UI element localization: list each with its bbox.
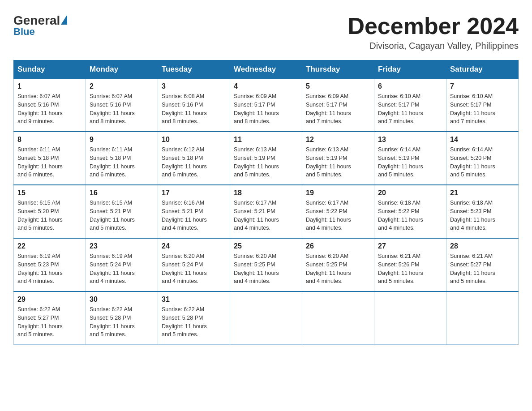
calendar-cell: 30Sunrise: 6:22 AMSunset: 5:28 PMDayligh…	[86, 291, 158, 345]
day-info: Sunrise: 6:07 AMSunset: 5:16 PMDaylight:…	[17, 92, 82, 126]
calendar-week-row: 8Sunrise: 6:11 AMSunset: 5:18 PMDaylight…	[14, 132, 519, 185]
calendar-cell: 31Sunrise: 6:22 AMSunset: 5:28 PMDayligh…	[158, 291, 230, 345]
day-info: Sunrise: 6:20 AMSunset: 5:24 PMDaylight:…	[162, 252, 226, 286]
calendar-cell: 4Sunrise: 6:09 AMSunset: 5:17 PMDaylight…	[230, 79, 302, 132]
column-header-saturday: Saturday	[446, 60, 519, 79]
calendar-cell: 16Sunrise: 6:15 AMSunset: 5:21 PMDayligh…	[86, 185, 158, 238]
day-number: 5	[306, 82, 370, 90]
calendar-cell	[230, 291, 302, 345]
day-number: 14	[450, 136, 515, 144]
day-number: 21	[450, 189, 515, 197]
calendar-cell: 21Sunrise: 6:18 AMSunset: 5:23 PMDayligh…	[446, 185, 519, 238]
day-info: Sunrise: 6:08 AMSunset: 5:16 PMDaylight:…	[162, 92, 226, 126]
day-info: Sunrise: 6:20 AMSunset: 5:25 PMDaylight:…	[234, 252, 298, 286]
day-info: Sunrise: 6:21 AMSunset: 5:27 PMDaylight:…	[450, 252, 515, 286]
day-number: 29	[17, 295, 82, 304]
day-info: Sunrise: 6:21 AMSunset: 5:26 PMDaylight:…	[378, 252, 442, 286]
day-number: 9	[90, 136, 154, 144]
calendar-cell: 7Sunrise: 6:10 AMSunset: 5:17 PMDaylight…	[446, 79, 519, 132]
day-info: Sunrise: 6:22 AMSunset: 5:28 PMDaylight:…	[162, 305, 226, 339]
day-info: Sunrise: 6:11 AMSunset: 5:18 PMDaylight:…	[17, 146, 82, 179]
calendar-cell	[446, 291, 519, 345]
calendar-cell	[302, 291, 374, 345]
calendar-cell: 25Sunrise: 6:20 AMSunset: 5:25 PMDayligh…	[230, 238, 302, 291]
calendar-cell: 2Sunrise: 6:07 AMSunset: 5:16 PMDaylight…	[86, 79, 158, 132]
calendar-header-row: SundayMondayTuesdayWednesdayThursdayFrid…	[14, 60, 519, 79]
calendar-cell: 11Sunrise: 6:13 AMSunset: 5:19 PMDayligh…	[230, 132, 302, 185]
calendar-table: SundayMondayTuesdayWednesdayThursdayFrid…	[13, 60, 519, 345]
column-header-tuesday: Tuesday	[158, 60, 230, 79]
day-number: 22	[17, 242, 82, 250]
day-number: 24	[162, 242, 226, 250]
day-info: Sunrise: 6:09 AMSunset: 5:17 PMDaylight:…	[234, 92, 298, 126]
day-info: Sunrise: 6:22 AMSunset: 5:27 PMDaylight:…	[17, 305, 82, 339]
column-header-wednesday: Wednesday	[230, 60, 302, 79]
calendar-cell	[374, 291, 446, 345]
calendar-cell: 6Sunrise: 6:10 AMSunset: 5:17 PMDaylight…	[374, 79, 446, 132]
calendar-cell: 3Sunrise: 6:08 AMSunset: 5:16 PMDaylight…	[158, 79, 230, 132]
day-info: Sunrise: 6:20 AMSunset: 5:25 PMDaylight:…	[306, 252, 370, 286]
day-info: Sunrise: 6:11 AMSunset: 5:18 PMDaylight:…	[90, 146, 154, 179]
calendar-cell: 26Sunrise: 6:20 AMSunset: 5:25 PMDayligh…	[302, 238, 374, 291]
day-info: Sunrise: 6:09 AMSunset: 5:17 PMDaylight:…	[306, 92, 370, 126]
day-number: 7	[450, 82, 515, 90]
day-number: 19	[306, 189, 370, 197]
calendar-cell: 8Sunrise: 6:11 AMSunset: 5:18 PMDaylight…	[14, 132, 86, 185]
calendar-cell: 23Sunrise: 6:19 AMSunset: 5:24 PMDayligh…	[86, 238, 158, 291]
calendar-cell: 22Sunrise: 6:19 AMSunset: 5:23 PMDayligh…	[14, 238, 86, 291]
day-info: Sunrise: 6:13 AMSunset: 5:19 PMDaylight:…	[306, 146, 370, 179]
calendar-cell: 20Sunrise: 6:18 AMSunset: 5:22 PMDayligh…	[374, 185, 446, 238]
day-number: 1	[17, 82, 82, 90]
day-number: 16	[90, 189, 154, 197]
day-number: 31	[162, 295, 226, 304]
calendar-week-row: 22Sunrise: 6:19 AMSunset: 5:23 PMDayligh…	[14, 238, 519, 291]
day-info: Sunrise: 6:14 AMSunset: 5:20 PMDaylight:…	[450, 146, 515, 179]
page-header: General Blue December 2024 Divisoria, Ca…	[13, 13, 519, 51]
month-title: December 2024	[348, 13, 519, 39]
day-info: Sunrise: 6:19 AMSunset: 5:23 PMDaylight:…	[17, 252, 82, 286]
column-header-sunday: Sunday	[14, 60, 86, 79]
day-info: Sunrise: 6:19 AMSunset: 5:24 PMDaylight:…	[90, 252, 154, 286]
day-number: 15	[17, 189, 82, 197]
day-number: 23	[90, 242, 154, 250]
day-info: Sunrise: 6:10 AMSunset: 5:17 PMDaylight:…	[450, 92, 515, 126]
day-number: 18	[234, 189, 298, 197]
calendar-week-row: 1Sunrise: 6:07 AMSunset: 5:16 PMDaylight…	[14, 79, 519, 132]
day-number: 10	[162, 136, 226, 144]
day-number: 28	[450, 242, 515, 250]
day-number: 27	[378, 242, 442, 250]
day-number: 25	[234, 242, 298, 250]
day-number: 2	[90, 82, 154, 90]
day-number: 11	[234, 136, 298, 144]
column-header-monday: Monday	[86, 60, 158, 79]
day-number: 4	[234, 82, 298, 90]
day-info: Sunrise: 6:14 AMSunset: 5:19 PMDaylight:…	[378, 146, 442, 179]
calendar-cell: 18Sunrise: 6:17 AMSunset: 5:21 PMDayligh…	[230, 185, 302, 238]
calendar-cell: 12Sunrise: 6:13 AMSunset: 5:19 PMDayligh…	[302, 132, 374, 185]
location-subtitle: Divisoria, Cagayan Valley, Philippines	[348, 41, 519, 51]
calendar-cell: 1Sunrise: 6:07 AMSunset: 5:16 PMDaylight…	[14, 79, 86, 132]
calendar-cell: 10Sunrise: 6:12 AMSunset: 5:18 PMDayligh…	[158, 132, 230, 185]
title-section: December 2024 Divisoria, Cagayan Valley,…	[348, 13, 519, 51]
day-info: Sunrise: 6:12 AMSunset: 5:18 PMDaylight:…	[162, 146, 226, 179]
day-number: 12	[306, 136, 370, 144]
day-info: Sunrise: 6:07 AMSunset: 5:16 PMDaylight:…	[90, 92, 154, 126]
calendar-cell: 14Sunrise: 6:14 AMSunset: 5:20 PMDayligh…	[446, 132, 519, 185]
day-number: 30	[90, 295, 154, 304]
day-info: Sunrise: 6:18 AMSunset: 5:22 PMDaylight:…	[378, 199, 442, 232]
calendar-cell: 19Sunrise: 6:17 AMSunset: 5:22 PMDayligh…	[302, 185, 374, 238]
calendar-cell: 13Sunrise: 6:14 AMSunset: 5:19 PMDayligh…	[374, 132, 446, 185]
logo-blue-text: Blue	[13, 26, 35, 38]
calendar-week-row: 15Sunrise: 6:15 AMSunset: 5:20 PMDayligh…	[14, 185, 519, 238]
calendar-cell: 24Sunrise: 6:20 AMSunset: 5:24 PMDayligh…	[158, 238, 230, 291]
day-number: 17	[162, 189, 226, 197]
day-info: Sunrise: 6:10 AMSunset: 5:17 PMDaylight:…	[378, 92, 442, 126]
day-number: 6	[378, 82, 442, 90]
day-number: 8	[17, 136, 82, 144]
day-info: Sunrise: 6:17 AMSunset: 5:21 PMDaylight:…	[234, 199, 298, 232]
day-number: 3	[162, 82, 226, 90]
day-info: Sunrise: 6:16 AMSunset: 5:21 PMDaylight:…	[162, 199, 226, 232]
logo: General Blue	[13, 13, 67, 38]
day-number: 20	[378, 189, 442, 197]
day-info: Sunrise: 6:22 AMSunset: 5:28 PMDaylight:…	[90, 305, 154, 339]
